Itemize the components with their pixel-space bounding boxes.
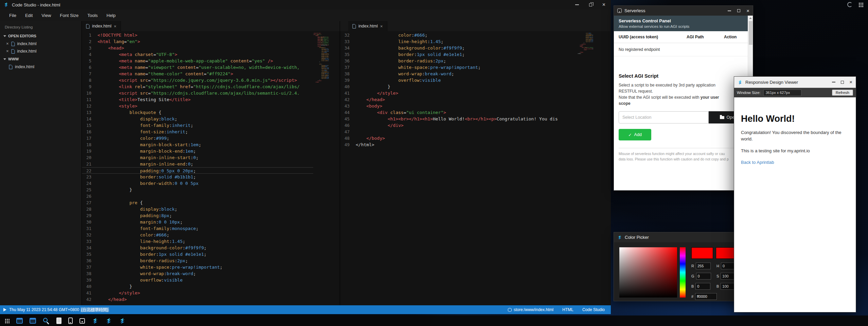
code-line[interactable]: 26	[82, 193, 313, 199]
code-studio-taskbar-icon[interactable]	[119, 318, 126, 324]
code-line[interactable]: 46 </div>	[340, 122, 578, 129]
search-icon[interactable]	[43, 318, 50, 324]
code-line[interactable]: 12 <style>	[82, 103, 313, 109]
code-line[interactable]: 41 </style>	[340, 90, 578, 96]
titlebar[interactable]: Code Studio - index.html ×	[0, 0, 611, 9]
minimize-icon[interactable]	[575, 4, 579, 5]
hex-input[interactable]	[695, 293, 717, 300]
open-editor-item[interactable]: × index.html	[0, 47, 82, 55]
titlebar[interactable]: Color Picker	[614, 232, 753, 242]
section-toggle-open-editors[interactable]: OPEN EDITORS	[0, 32, 82, 40]
app-grid-icon[interactable]	[858, 2, 863, 7]
code-line[interactable]: 40 }	[82, 283, 313, 290]
code-studio-taskbar-icon[interactable]	[92, 318, 99, 324]
code-line[interactable]: 44 <div class="ui container">	[340, 109, 578, 116]
document-icon[interactable]	[56, 318, 61, 324]
window-size-input[interactable]	[763, 90, 801, 96]
code-line[interactable]: 36 border-radius:2px;	[82, 257, 313, 264]
code-line[interactable]: 11 <title>Testing Site</title>	[82, 96, 313, 103]
code-line[interactable]: 43 <body>	[340, 103, 578, 109]
minimize-icon[interactable]	[728, 11, 731, 11]
code-line[interactable]: 32 color:#666;	[82, 232, 313, 238]
code-line[interactable]: 48 </body>	[340, 135, 578, 141]
code-line[interactable]: 38 word-wrap:break-word;	[82, 270, 313, 277]
r-input[interactable]	[696, 263, 711, 269]
code-line[interactable]: 6 <meta name="viewport" content="user-sc…	[82, 64, 313, 71]
code-line[interactable]: 31 font-family:monospace;	[82, 225, 313, 232]
code-line[interactable]: 39 overflow:visible	[340, 77, 578, 83]
menu-tools[interactable]: Tools	[83, 13, 102, 18]
code-line[interactable]: 36 border-radius:2px;	[340, 58, 578, 64]
back-to-aprintlab-link[interactable]: Back to Aprintlab	[741, 160, 774, 165]
code-line[interactable]: 41 </style>	[82, 290, 313, 296]
close-icon[interactable]: ×	[380, 24, 383, 29]
code-line[interactable]: 49</html>	[340, 141, 578, 148]
maximize-icon[interactable]	[841, 81, 844, 84]
code-editor[interactable]: 32 color:#666;33 line-height:1.45;34 bac…	[340, 31, 611, 305]
code-line[interactable]: 5 <meta name="apple-mobile-web-app-capab…	[82, 58, 313, 64]
code-line[interactable]: 38 word-wrap:break-word;	[340, 71, 578, 77]
code-line[interactable]: 33 line-height:1.45;	[340, 38, 578, 45]
start-button[interactable]	[5, 319, 10, 323]
code-line[interactable]: 16 font-size:inherit;	[82, 129, 313, 135]
code-line[interactable]: 24 border-width:0 0 0 5px	[82, 180, 313, 187]
titlebar[interactable]: Responsive Design Viewer ×	[734, 77, 856, 88]
menu-file[interactable]: File	[5, 13, 21, 18]
close-icon[interactable]: ×	[6, 42, 9, 45]
code-line[interactable]: 23 border:solid #b1b1b1;	[82, 174, 313, 180]
code-line[interactable]: 30 margin:0 0 10px;	[82, 219, 313, 225]
close-icon[interactable]: ×	[746, 9, 749, 13]
code-line[interactable]: 29 padding:8px;	[82, 212, 313, 219]
code-line[interactable]: 4 <meta charset="UTF-8">	[82, 51, 313, 58]
saturation-field[interactable]	[619, 247, 677, 298]
code-line[interactable]: 10 <script src="https://cdnjs.cloudflare…	[82, 90, 313, 96]
code-line[interactable]: 25 }	[82, 187, 313, 193]
app-window-icon[interactable]	[30, 318, 36, 324]
code-line[interactable]: 40 }	[340, 83, 578, 90]
code-line[interactable]: 34 background-color:#f9f9f9;	[340, 45, 578, 51]
code-line[interactable]: 34 background-color:#f9f9f9;	[82, 245, 313, 251]
code-line[interactable]: 8 <script src="https://code.jquery.com/j…	[82, 77, 313, 83]
code-line[interactable]: 27 pre {	[82, 199, 313, 206]
add-button[interactable]: ✓ Add	[619, 129, 651, 140]
g-input[interactable]	[696, 273, 711, 280]
maximize-icon[interactable]	[737, 9, 740, 12]
scrollbar-thumb[interactable]	[749, 21, 752, 45]
refresh-spinner-icon[interactable]	[847, 2, 852, 7]
tab-index-html[interactable]: index.html ×	[82, 21, 121, 31]
code-area[interactable]: 1<!DOCTYPE html>2<html lang="en">3 <head…	[82, 32, 313, 305]
open-editor-item[interactable]: × index.html	[0, 40, 82, 47]
statusbar-app[interactable]: Code Studio	[582, 307, 605, 312]
code-area[interactable]: 32 color:#666;33 line-height:1.45;34 bac…	[340, 32, 578, 305]
code-line[interactable]: 1<!DOCTYPE html>	[82, 32, 313, 38]
brightness-input[interactable]	[721, 283, 736, 290]
code-line[interactable]: 15 font-family:inherit;	[82, 122, 313, 129]
menu-font-size[interactable]: Font Size	[55, 13, 83, 18]
section-toggle-www[interactable]: WWW	[0, 55, 82, 63]
code-line[interactable]: 35 border:1px solid #e1e1e1;	[82, 251, 313, 257]
device-icon[interactable]	[79, 318, 85, 324]
titlebar[interactable]: Serverless ×	[614, 6, 753, 16]
code-line[interactable]: 47	[340, 129, 578, 135]
restore-icon[interactable]	[589, 3, 592, 6]
minimap[interactable]: color:#666; line-height:1.45; background…	[578, 32, 593, 305]
tab-index-html[interactable]: index.html ×	[348, 21, 387, 31]
menu-help[interactable]: Help	[102, 13, 120, 18]
hue-slider[interactable]	[680, 247, 686, 298]
tree-file-item[interactable]: index.html	[0, 63, 82, 71]
code-line[interactable]: 42 </head>	[82, 296, 313, 303]
minimize-icon[interactable]	[832, 82, 835, 82]
close-icon[interactable]: ×	[6, 50, 9, 53]
agi-script-location-input[interactable]	[619, 111, 709, 123]
code-line[interactable]: 20 margin-inline-start:0;	[82, 154, 313, 161]
s-input[interactable]	[721, 273, 736, 280]
code-line[interactable]: 7 <meta name="theme-color" content="#ff9…	[82, 71, 313, 77]
code-editor[interactable]: 1<!DOCTYPE html>2<html lang="en">3 <head…	[82, 31, 340, 305]
code-line[interactable]: 37 white-space:pre-wrap!important;	[340, 64, 578, 71]
statusbar-language[interactable]: HTML	[562, 307, 573, 312]
code-line[interactable]: 17 color:#999;	[82, 135, 313, 141]
code-line[interactable]: 9 <link rel="stylesheet" href="https://c…	[82, 83, 313, 90]
code-line[interactable]: 35 border:1px solid #e1e1e1;	[340, 51, 578, 58]
statusbar-file[interactable]: store:/www/index.html	[508, 307, 553, 312]
code-line[interactable]: 13 blockquote {	[82, 109, 313, 116]
